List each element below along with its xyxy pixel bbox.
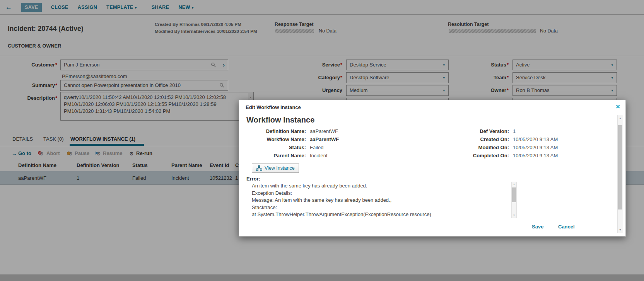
edit-workflow-instance-dialog: Edit Workflow Instance × ▲ ▼ Workflow In… <box>239 100 626 237</box>
error-line: Message: An item with the same key has a… <box>252 197 509 204</box>
error-line: Stacktrace: <box>252 204 509 211</box>
org-chart-icon <box>256 165 262 171</box>
workflow-name-value: aaParentWF <box>310 136 339 142</box>
cancel-button[interactable]: Cancel <box>558 224 575 230</box>
completed-on-value: 10/05/2020 9:13 AM <box>513 153 558 158</box>
created-on-label: Created On: <box>417 136 509 142</box>
modified-on-value: 10/05/2020 9:13 AM <box>513 145 558 150</box>
error-line: Exception Details: <box>252 190 509 197</box>
scroll-up-icon[interactable]: ▲ <box>512 183 516 186</box>
close-icon[interactable]: × <box>616 102 620 111</box>
scroll-down-icon[interactable]: ▼ <box>618 228 623 231</box>
def-version-value: 1 <box>513 128 516 134</box>
definition-name-label: Definition Name: <box>246 128 306 134</box>
parent-name-label: Parent Name: <box>246 153 306 158</box>
scrollbar-thumb[interactable] <box>618 125 622 209</box>
incident-page: ← SAVE CLOSE ASSIGN TEMPLATE▾ SHARE NEW▾… <box>0 0 644 281</box>
status-label: Status: <box>246 145 306 150</box>
completed-on-label: Completed On: <box>417 153 509 158</box>
view-instance-label: View Instance <box>265 165 295 171</box>
created-on-value: 10/05/2020 9:13 AM <box>513 136 558 142</box>
scroll-down-icon[interactable]: ▼ <box>512 214 516 216</box>
definition-name-value: aaParentWF <box>310 128 338 134</box>
error-line: at System.ThrowHelper.ThrowArgumentExcep… <box>252 211 509 218</box>
dialog-scrollbar[interactable]: ▲ ▼ <box>617 115 623 233</box>
error-label: Error: <box>246 176 260 182</box>
scroll-up-icon[interactable]: ▲ <box>618 117 623 119</box>
error-scrollbar[interactable]: ▲ ▼ <box>511 182 517 218</box>
modified-on-label: Modified On: <box>417 145 509 150</box>
parent-name-value: Incident <box>310 153 328 158</box>
def-version-label: Def Version: <box>417 128 509 134</box>
save-button[interactable]: Save <box>532 224 543 230</box>
workflow-instance-heading: Workflow Instance <box>246 116 314 124</box>
view-instance-button[interactable]: View Instance <box>252 163 299 173</box>
workflow-name-label: Workflow Name: <box>246 136 306 142</box>
scrollbar-thumb[interactable] <box>512 187 516 202</box>
error-text: An item with the same key has already be… <box>252 182 509 218</box>
error-line: An item with the same key has already be… <box>252 182 509 190</box>
dialog-title: Edit Workflow Instance <box>246 104 301 110</box>
status-value: Failed <box>310 145 323 150</box>
